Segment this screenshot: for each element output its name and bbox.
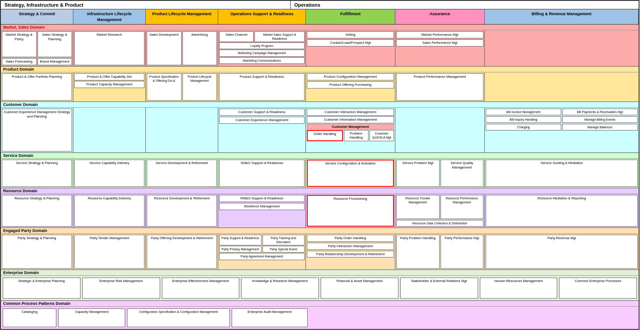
manage-billing-cell: Manage Billing Events [562, 116, 638, 123]
col-header-assurance: Assurance [395, 9, 485, 24]
market-bottom-cells: Sales Forecasting Brand Management [1, 58, 73, 66]
product-billing-col [485, 72, 639, 101]
bill-invoice-cell: Bill Invoice Management [486, 109, 561, 115]
cataloging-cell: Cataloging [3, 308, 56, 327]
customer-domain-section: Customer Domain Customer Experience Mana… [1, 102, 639, 153]
market-domain-label: Market, Sales Domain [1, 25, 639, 30]
resource-ops-col: RM&O Support & Readiness Workforce Manag… [218, 194, 306, 228]
cust-qos-cell: Customer QoS/SLA Mgt [369, 130, 394, 142]
stakeholder-cell: Stakeholder & External Relations Mgt [400, 278, 478, 299]
product-offer-cap-cell: Product & Offer Capability Del [74, 73, 144, 80]
service-domain-row: Service Strategy & Planning Service Capa… [1, 159, 639, 188]
service-dev-retire-cell: Service Development & Retirement [147, 160, 217, 187]
marketing-campaign-cell: Marketing Campaign Management [219, 50, 305, 56]
engaged-domain-section: Engaged Party Domain Party Strategy & Pl… [1, 228, 639, 270]
col-headers-row: Strategy & Commit Infrastructure Lifecyc… [1, 9, 639, 25]
service-assurance-col: Service Problem Mgt Service Quality Mana… [395, 159, 485, 188]
product-offer-portfolio-cell: Product & Offer Portfolio Planning [2, 73, 72, 101]
cust-mgt-row: Order Handling Problem Handling Customer… [307, 130, 394, 142]
product-offer-purchasing-cell: Product Offering Purchasing [307, 81, 394, 89]
resource-assurance-top: Resource Trouble Management Resource Per… [396, 195, 483, 219]
resource-mediation-cell: Resource Mediation & Reporting [486, 195, 638, 227]
cust-support-cell: Customer Support & Readiness [219, 109, 305, 116]
resource-data-cell: Resource Data Collection & Distribution [396, 220, 483, 227]
service-billing-col: Service Guiding & Mediation [485, 159, 639, 188]
enterprise-domain-label: Enterprise Domain [1, 270, 639, 276]
billing-top-row: Bill Invoice Management Bill Payments & … [486, 109, 638, 115]
customer-ops-col: Customer Support & Readiness Customer Ex… [218, 108, 306, 152]
party-special-cell: Party Special Event [263, 246, 305, 253]
knowledge-research-cell: Knowledge & Research Management [241, 278, 319, 299]
market-fulfillment-col: Selling Contact/Lead/Prospect Mgt [306, 30, 395, 66]
product-strategy-col: Product & Offer Portfolio Planning [1, 72, 73, 101]
col-header-strategy: Strategy & Commit [1, 9, 73, 24]
product-support-cell: Product Support & Readiness [219, 73, 305, 101]
cust-info-mgt-cell: Customer Information Management [307, 116, 394, 123]
resource-domain-row: Resource Strategy & Planning Resource Ca… [1, 194, 639, 228]
resource-trouble-cell: Resource Trouble Management [396, 195, 440, 219]
service-strategy-col: Service Strategy & Planning [1, 159, 73, 188]
product-infra-col: Product & Offer Capability Del Product C… [73, 72, 146, 101]
party-problem-cell: Party Problem Handling [396, 235, 440, 269]
service-guiding-cell: Service Guiding & Mediation [486, 160, 638, 187]
engaged-fulfillment-col: Party Order Handling Party Interaction M… [306, 234, 395, 270]
col-header-fulfillment: Fulfillment [306, 9, 395, 24]
bill-inquiry-cell: Bill Inquiry Handling [486, 116, 561, 123]
resource-provisioning-cell: Resource Provisioning [307, 195, 394, 227]
engaged-domain-row: Party Strategy & Planning Party Tender M… [1, 234, 639, 270]
product-lifecycle-cell: Product Lifecycle Management [182, 73, 217, 101]
col-header-billing: Billing & Revenue Management [485, 9, 639, 24]
market-strategy-cells: Market Strategy & Policy Sales Strategy … [1, 30, 73, 58]
resource-cap-del-cell: Resource Capability Delivery [74, 195, 144, 227]
sales-strategy-cell: Sales Strategy & Planning [38, 31, 72, 57]
sales-forecast-cell: Sales Forecasting [2, 58, 37, 65]
product-fulfillment-col: Product Configuration Management Product… [306, 72, 395, 101]
financial-asset-cell: Financial & Asset Management [321, 278, 398, 299]
billing-bot-row: Charging Manage Balances [486, 124, 638, 131]
config-spec-cell: Configuration Specification & Configurat… [127, 308, 230, 327]
selling-cell: Selling [307, 31, 394, 38]
resource-infra-col: Resource Capability Delivery [73, 194, 146, 228]
si-header: Strategy, Infrastructure & Product [1, 1, 291, 9]
market-sales-support-cell: Market Sales Support & Readiness [254, 31, 305, 42]
party-training-cell: Party Training and Education [263, 235, 305, 245]
market-strategy-col: Market Strategy & Policy Sales Strategy … [1, 30, 73, 66]
engaged-domain-label: Engaged Party Domain [1, 228, 639, 234]
common-domain-section: Common Process Patterns Domain Catalogin… [1, 301, 639, 329]
service-config-cell: Service Configuration & Activation [307, 160, 394, 187]
market-strategy-cell: Market Strategy & Policy [2, 31, 37, 57]
market-domain-section: Market, Sales Domain Market Strategy & P… [1, 25, 639, 67]
top-header-row: Strategy, Infrastructure & Product Opera… [1, 1, 639, 9]
resource-dev-retire-cell: Resource Development & Retirement [147, 195, 217, 227]
market-perf-cell: Market Performance Mgt [396, 31, 483, 38]
smo-support-cell: SM&O Support & Readiness [219, 160, 305, 187]
market-product-col: Sales Development Advertising [146, 30, 218, 66]
party-privacy-cell: Party Privacy Management [219, 246, 262, 253]
engaged-assurance-col: Party Problem Handling Party Performance… [395, 234, 485, 270]
service-domain-label: Service Domain [1, 153, 639, 159]
main-container: Strategy, Infrastructure & Product Opera… [0, 0, 640, 330]
market-domain-row: Market Strategy & Policy Sales Strategy … [1, 30, 639, 66]
resource-product-col: Resource Development & Retirement [146, 194, 218, 228]
enterprise-effectiveness-cell: Enterprise Effectiveness Management [162, 278, 240, 299]
product-config-mgt-cell: Product Configuration Management [307, 73, 394, 80]
sales-channel-cell: Sales Channel [219, 31, 254, 42]
resource-strategy-cell: Resource Strategy & Planning [2, 195, 72, 227]
resource-perf-cell: Resource Performance Management [441, 195, 484, 219]
market-infra-col: Market Research [73, 30, 146, 66]
resource-domain-section: Resource Domain Resource Strategy & Plan… [1, 188, 639, 228]
workforce-mgt-cell: Workforce Management [219, 203, 305, 210]
engaged-ops-bot: Party Privacy Management Party Special E… [219, 246, 305, 253]
cust-exp-mgt-cell: Customer Experience Management [219, 117, 305, 124]
engaged-ops-top: Party Support & Readiness Party Training… [219, 235, 305, 245]
service-quality-cell: Service Quality Management [441, 160, 484, 187]
product-assurance-col: Product Performance Management [395, 72, 485, 101]
human-resources-cell: Human Resources Management [480, 278, 558, 299]
party-interaction-cell: Party Interaction Management [307, 243, 394, 250]
order-handling-cell: Order Handling [307, 130, 343, 142]
cust-exp-strategy-cell: Customer Experience Management Strategy … [2, 109, 72, 152]
customer-domain-label: Customer Domain [1, 102, 639, 108]
customer-domain-row: Customer Experience Management Strategy … [1, 108, 639, 152]
cust-interaction-mgt-cell: Customer Interaction Management [307, 109, 394, 116]
engaged-ops-col: Party Support & Readiness Party Training… [218, 234, 306, 270]
